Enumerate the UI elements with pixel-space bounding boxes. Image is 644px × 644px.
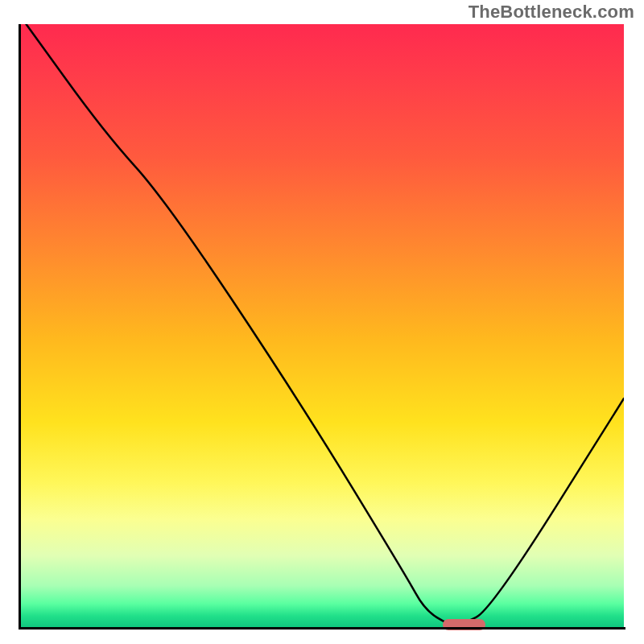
x-axis	[20, 627, 625, 630]
bottleneck-chart: TheBottleneck.com	[0, 0, 644, 644]
bottleneck-curve	[20, 24, 624, 628]
y-axis	[19, 24, 21, 630]
watermark-text: TheBottleneck.com	[469, 2, 634, 23]
